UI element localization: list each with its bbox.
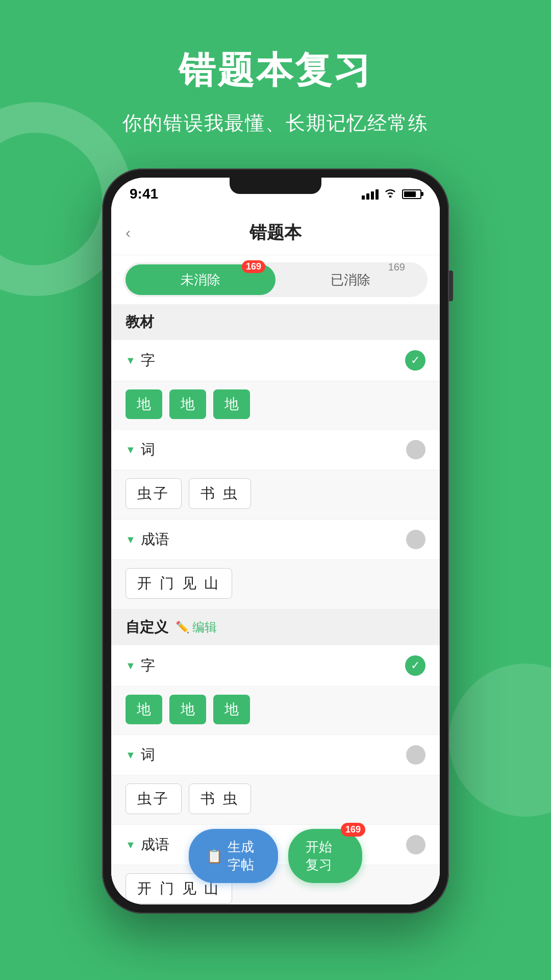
items-row-ci-1: 虫子 书 虫 bbox=[111, 470, 440, 520]
start-label: 开始复习 bbox=[306, 838, 345, 874]
chevron-down-icon: ▼ bbox=[126, 355, 136, 366]
category-left: ▼ 成语 bbox=[126, 530, 169, 549]
signal-bar-3 bbox=[371, 191, 374, 200]
category-row-zi-2[interactable]: ▼ 字 ✓ bbox=[111, 645, 440, 687]
tab-uncleared-label: 未消除 bbox=[181, 271, 220, 289]
signal-bar-1 bbox=[362, 195, 365, 200]
category-left: ▼ 成语 bbox=[126, 835, 169, 854]
edit-label: 编辑 bbox=[192, 619, 217, 635]
edit-button[interactable]: ✏️ 编辑 bbox=[176, 619, 217, 635]
char-item[interactable]: 地 bbox=[169, 695, 206, 724]
phone-notch bbox=[230, 178, 321, 194]
app-header: ‹ 错题本 bbox=[111, 210, 440, 255]
category-name-zi-2: 字 bbox=[141, 656, 155, 675]
circle-icon-cy-1 bbox=[406, 530, 425, 549]
start-review-button[interactable]: 开始复习 169 bbox=[288, 829, 362, 883]
word-item[interactable]: 虫子 bbox=[126, 783, 182, 814]
phone-side-button bbox=[449, 271, 453, 301]
generate-label: 生成字帖 bbox=[228, 838, 261, 874]
wifi-icon bbox=[384, 187, 397, 201]
char-item[interactable]: 地 bbox=[169, 389, 206, 419]
back-button[interactable]: ‹ bbox=[126, 224, 131, 241]
idiom-item[interactable]: 开 门 见 山 bbox=[126, 568, 232, 599]
char-item[interactable]: 地 bbox=[126, 695, 162, 724]
app-title: 错题本 bbox=[249, 221, 302, 244]
tab-bar: 未消除 169 已消除 169 bbox=[111, 255, 440, 304]
chevron-down-icon: ▼ bbox=[126, 839, 136, 851]
section-header-textbook: 教材 bbox=[111, 304, 440, 340]
chevron-down-icon: ▼ bbox=[126, 660, 136, 672]
signal-bar-4 bbox=[375, 189, 379, 200]
edit-icon: ✏️ bbox=[176, 621, 189, 634]
phone-frame: 9:41 ‹ bbox=[102, 168, 449, 914]
status-icons bbox=[362, 187, 421, 201]
phone-mockup: 9:41 ‹ bbox=[102, 168, 449, 914]
page-title: 错题本复习 bbox=[0, 0, 551, 95]
char-item[interactable]: 地 bbox=[126, 389, 162, 419]
items-row-ci-2: 虫子 书 虫 bbox=[111, 775, 440, 825]
items-row-zi-2: 地 地 地 bbox=[111, 687, 440, 735]
category-left: ▼ 词 bbox=[126, 745, 155, 765]
signal-bar-2 bbox=[366, 193, 369, 200]
check-icon-zi-2: ✓ bbox=[405, 655, 425, 676]
category-left: ▼ 词 bbox=[126, 440, 155, 459]
category-left: ▼ 字 bbox=[126, 351, 155, 370]
tab-container: 未消除 169 已消除 169 bbox=[123, 262, 428, 297]
start-badge: 169 bbox=[341, 823, 365, 837]
word-item[interactable]: 书 虫 bbox=[189, 783, 251, 814]
scroll-content: 教材 ▼ 字 ✓ 地 地 地 ▼ bbox=[111, 304, 440, 904]
circle-icon-cy-2 bbox=[406, 835, 425, 854]
generate-icon: 📋 bbox=[206, 848, 222, 864]
tab-inactive-badge: 169 bbox=[388, 261, 405, 273]
phone-screen: 9:41 ‹ bbox=[111, 178, 440, 904]
signal-icon bbox=[362, 188, 379, 200]
chevron-down-icon: ▼ bbox=[126, 444, 136, 456]
circle-icon-ci-2 bbox=[406, 745, 425, 765]
status-time: 9:41 bbox=[130, 186, 158, 202]
items-row-zi-1: 地 地 地 bbox=[111, 381, 440, 430]
tab-cleared-label: 已消除 bbox=[331, 271, 370, 289]
category-name-ci-1: 词 bbox=[141, 440, 155, 459]
tab-uncleared[interactable]: 未消除 169 bbox=[126, 264, 276, 295]
check-icon-zi-1: ✓ bbox=[405, 350, 425, 371]
tab-cleared[interactable]: 已消除 169 bbox=[276, 264, 425, 295]
circle-icon-ci-1 bbox=[406, 440, 425, 459]
category-row-ci-1[interactable]: ▼ 词 bbox=[111, 430, 440, 470]
custom-section-title: 自定义 bbox=[126, 618, 168, 637]
category-name-ci-2: 词 bbox=[141, 745, 155, 765]
word-item[interactable]: 虫子 bbox=[126, 478, 182, 509]
char-item[interactable]: 地 bbox=[213, 389, 250, 419]
category-left: ▼ 字 bbox=[126, 656, 155, 675]
section-header-custom: 自定义 ✏️ 编辑 bbox=[111, 609, 440, 645]
chevron-down-icon: ▼ bbox=[126, 749, 136, 761]
tab-active-badge: 169 bbox=[242, 260, 265, 273]
category-name-cy-1: 成语 bbox=[141, 530, 169, 549]
items-row-cy-1: 开 门 见 山 bbox=[111, 560, 440, 609]
category-row-zi-1[interactable]: ▼ 字 ✓ bbox=[111, 340, 440, 381]
battery-icon bbox=[402, 189, 421, 199]
char-item[interactable]: 地 bbox=[213, 695, 250, 724]
category-name-cy-2: 成语 bbox=[141, 835, 169, 854]
bottom-action-bar: 📋 生成字帖 开始复习 169 bbox=[189, 829, 362, 883]
chevron-down-icon: ▼ bbox=[126, 534, 136, 546]
page-subtitle: 你的错误我最懂、长期记忆经常练 bbox=[0, 95, 551, 136]
category-row-cy-1[interactable]: ▼ 成语 bbox=[111, 520, 440, 560]
bg-circle-right bbox=[449, 664, 551, 817]
generate-copybook-button[interactable]: 📋 生成字帖 bbox=[189, 829, 278, 883]
battery-fill bbox=[404, 191, 416, 197]
word-item[interactable]: 书 虫 bbox=[189, 478, 251, 509]
category-name-zi-1: 字 bbox=[141, 351, 155, 370]
category-row-ci-2[interactable]: ▼ 词 bbox=[111, 735, 440, 775]
